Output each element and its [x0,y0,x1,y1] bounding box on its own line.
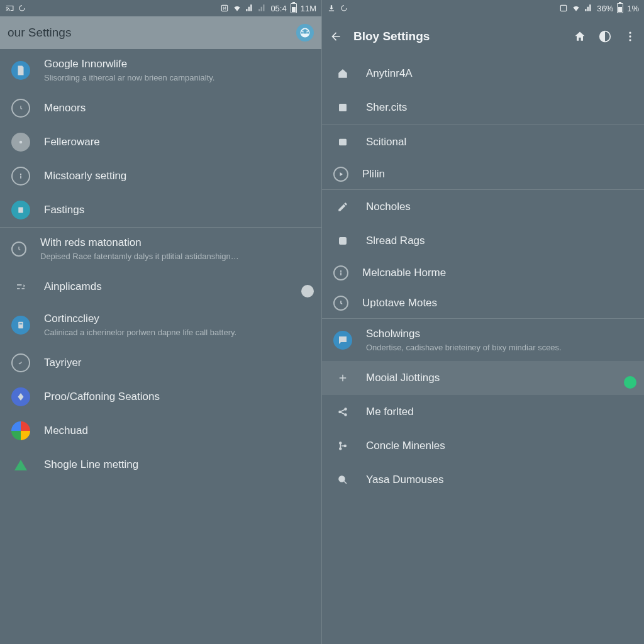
row-title: Menoors [44,102,311,114]
row-mooial-jiottings[interactable]: Mooial Jiottings [322,361,644,395]
row-google-innorwlife[interactable]: Google InnorwlifeSlisording a ithercal a… [0,49,321,91]
info-icon [333,265,348,280]
row-with-reds[interactable]: With reds matonationDepised Race fatenta… [0,228,321,270]
row-menoors[interactable]: Menoors [0,91,321,125]
list-icon [333,98,352,117]
row-scholwings[interactable]: ScholwingsOndertise, cadishave brieteine… [322,319,644,361]
nfc-icon [559,4,568,13]
row-sub: Depised Race fatentamly dalys it ptlitia… [40,252,311,261]
appbar-title: our Settings [8,26,71,40]
doc2-icon [11,316,30,335]
circle-icon [11,353,30,372]
svg-rect-4 [18,208,23,213]
row-title: With reds matonation [40,236,311,249]
home-button[interactable] [574,30,586,43]
wifi-icon [233,4,242,13]
signal-icon [584,4,593,13]
row-proo-caffoning[interactable]: Proo/Caffoning Seations [0,380,321,414]
chat-icon [333,331,352,350]
row-sub: Ondertise, cadishave brieteiney of bixy … [366,343,634,352]
svg-rect-15 [341,141,345,144]
row-title: Melcnable Horme [362,267,634,279]
back-button[interactable] [330,30,342,43]
svg-point-25 [344,445,346,447]
svg-point-26 [339,476,345,482]
svg-point-23 [340,442,341,444]
row-melcnable-horme[interactable]: Melcnable Horme [322,258,644,288]
plus-icon [333,369,352,387]
row-shercits[interactable]: Sher.cits [322,91,644,125]
overflow-button[interactable] [624,30,636,43]
square-icon [333,133,352,152]
row-title: Anytinr4A [366,67,634,80]
row-title: Mooial Jiottings [366,372,629,384]
row-yasa-dumouses[interactable]: Yasa Dumouses [322,463,644,497]
svg-point-18 [340,270,341,272]
svg-rect-19 [340,272,341,275]
svg-point-20 [339,411,341,413]
row-shogle-line[interactable]: Shogle Line metting [0,448,321,482]
status-extra: 1% [627,4,639,13]
settings-list: Anytinr4A Sher.cits Scitional Plilin Noc… [322,57,644,644]
drive-icon [11,455,30,474]
clock-icon [11,99,30,118]
row-tayriyer[interactable]: Tayriyer [0,346,321,380]
appbar: Bloy Settings [322,16,644,57]
row-title: Nocholes [366,201,634,213]
row-scitional[interactable]: Scitional [322,125,644,159]
left-screenshot: 05:4 11M our Settings Google InnorwlifeS… [0,0,322,644]
row-mechuad[interactable]: Mechuad [0,414,321,448]
row-title: Plilin [362,168,634,180]
row-uptotave-motes[interactable]: Uptotave Motes [322,288,644,318]
signal2-icon [258,4,267,13]
svg-point-10 [629,32,631,34]
sheet-icon [11,201,30,219]
row-title: Me forlted [366,406,634,418]
info-icon [11,167,30,186]
row-nocholes[interactable]: Nocholes [322,190,644,224]
row-title: Scitional [366,136,634,148]
row-ainplicamds[interactable]: Ainplicamds [0,270,321,304]
svg-rect-3 [20,175,21,179]
svg-point-2 [20,174,21,175]
dot-icon [11,133,30,152]
row-micstoarly[interactable]: Micstoarly setting [0,159,321,193]
row-fastings[interactable]: Fastings [0,193,321,227]
contrast-button[interactable] [599,30,611,43]
play-circle-icon [333,167,348,182]
sync-icon [18,4,26,13]
row-sub: Slisording a ithercal ar now brieen camp… [44,73,311,82]
status-extra: 11M [301,4,316,13]
row-concle-minenles[interactable]: Concle Minenles [322,429,644,463]
row-felleroware[interactable]: Felleroware [0,125,321,159]
home-outline-icon [333,64,352,83]
row-plilin[interactable]: Plilin [322,159,644,189]
row-slread-rags[interactable]: Slread Rags [322,224,644,258]
appbar: our Settings [0,16,321,49]
tune-icon [11,277,30,296]
row-title: Tayriyer [44,357,311,369]
battery-icon [291,3,297,13]
cast-icon [5,4,14,13]
svg-point-11 [629,35,631,37]
battery-icon [617,3,623,13]
svg-point-21 [345,408,347,410]
row-anytinr4a[interactable]: Anytinr4A [322,57,644,91]
svg-rect-8 [561,5,567,11]
svg-rect-7 [19,325,23,325]
svg-point-12 [629,39,631,41]
row-title: Google Innorwlife [44,58,311,70]
clock-icon [333,296,348,311]
dot-square-icon [333,231,352,250]
row-me-forlted[interactable]: Me forlted [322,395,644,429]
row-title: Yasa Dumouses [366,474,634,486]
branch-icon [333,436,352,455]
share-icon [333,402,352,421]
row-title: Concle Minenles [366,440,634,452]
row-cortinccliey[interactable]: CortincclieyCalinicad a icherinelor porl… [0,304,321,346]
row-title: Ainplicamds [44,280,306,293]
globe-button[interactable] [296,24,314,42]
svg-point-1 [19,141,23,144]
svg-point-22 [345,414,347,416]
status-bar: 36% 1% [322,0,644,16]
